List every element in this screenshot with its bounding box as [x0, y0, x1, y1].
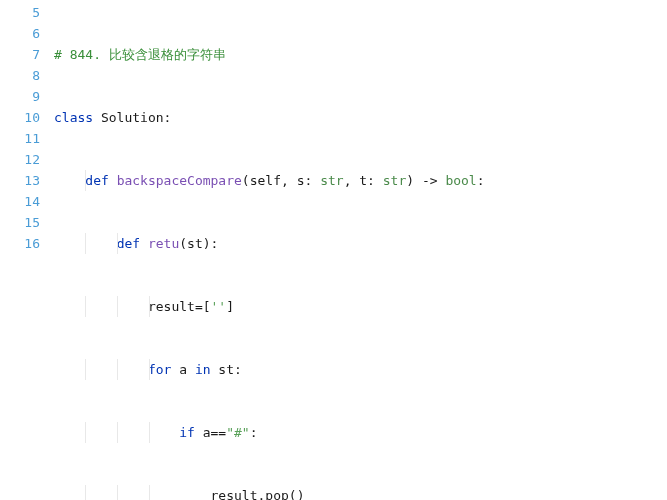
kw-for: for: [148, 362, 171, 377]
code-line: # 844. 比较含退格的字符串: [54, 47, 226, 62]
kw-if: if: [179, 425, 195, 440]
fn-name: retu: [148, 236, 179, 251]
code-editor[interactable]: 5 6 7 8 9 10 11 12 13 14 15 16 # 844. 比较…: [0, 0, 667, 500]
class-name: Solution: [101, 110, 164, 125]
kw-class: class: [54, 110, 93, 125]
kw-def: def: [85, 173, 108, 188]
fn-name: backspaceCompare: [117, 173, 242, 188]
code-text: result.pop(): [211, 488, 305, 500]
line-number-gutter: 5 6 7 8 9 10 11 12 13 14 15 16: [0, 2, 54, 500]
code-body[interactable]: # 844. 比较含退格的字符串 class Solution: def bac…: [54, 2, 485, 500]
kw-def: def: [117, 236, 140, 251]
